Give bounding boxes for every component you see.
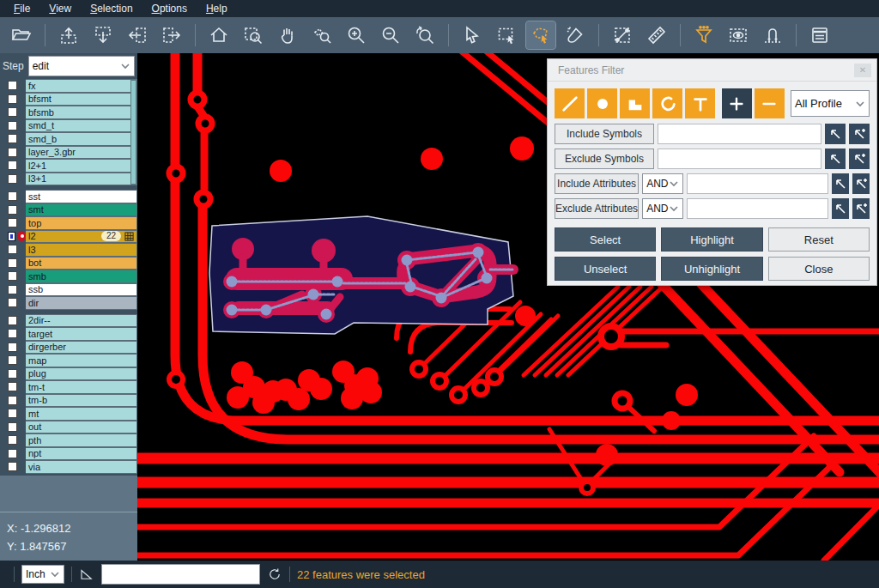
pan-up-icon[interactable] xyxy=(54,21,83,49)
layer-checkbox[interactable] xyxy=(8,174,17,184)
layer-name-map[interactable]: map xyxy=(26,354,137,367)
layer-checkbox[interactable] xyxy=(8,218,17,227)
layer-name-dir[interactable]: dir xyxy=(26,296,137,310)
surface-feature-icon[interactable] xyxy=(620,88,650,118)
open-folder-icon[interactable] xyxy=(7,21,36,49)
layer-name-layer_3.gbr[interactable]: layer_3.gbr xyxy=(26,146,137,160)
layer-name-smd_t[interactable]: smd_t xyxy=(26,119,137,133)
layer-checkbox[interactable] xyxy=(8,232,15,241)
features-filter-icon[interactable] xyxy=(689,21,718,49)
step-select[interactable]: edit xyxy=(28,56,135,76)
layer-name-npt[interactable]: npt xyxy=(26,447,137,461)
select-rectangle-icon[interactable] xyxy=(492,21,521,49)
select-polygon-icon[interactable] xyxy=(526,21,555,49)
pick-from-canvas-icon[interactable] xyxy=(832,198,849,219)
layer-checkbox[interactable] xyxy=(8,316,17,325)
layer-name-l2+1[interactable]: l2+1 xyxy=(26,159,137,173)
layer-checkbox[interactable] xyxy=(8,245,17,254)
layer-checkbox[interactable] xyxy=(8,329,17,338)
zoom-window-icon[interactable] xyxy=(239,21,268,49)
exclude-attributes-input[interactable] xyxy=(687,198,828,219)
layer-name-smb[interactable]: smb xyxy=(26,270,137,283)
exclude-attributes-operator-select[interactable]: AND xyxy=(642,198,682,219)
pick-add-from-canvas-icon[interactable] xyxy=(852,198,870,219)
layer-checkbox[interactable] xyxy=(8,369,17,379)
layer-name-sst[interactable]: sst xyxy=(26,190,137,203)
clear-selection-icon[interactable] xyxy=(561,21,590,49)
layer-checkbox[interactable] xyxy=(8,121,17,130)
layer-name-ssb[interactable]: ssb xyxy=(26,283,137,297)
layer-name-bfsmb[interactable]: bfsmb xyxy=(26,106,137,119)
layer-checkbox[interactable] xyxy=(8,422,17,432)
layer-checkbox[interactable] xyxy=(8,148,17,157)
measure-ruler-icon[interactable] xyxy=(642,21,671,49)
pick-from-canvas-icon[interactable] xyxy=(825,124,846,144)
exclude-symbols-button[interactable]: Exclude Symbols xyxy=(555,149,654,169)
layer-checkbox[interactable] xyxy=(8,285,17,294)
layer-checkbox[interactable] xyxy=(8,435,17,445)
menu-item-selection[interactable]: Selection xyxy=(82,2,141,15)
layer-name-bfsmt[interactable]: bfsmt xyxy=(26,93,137,106)
snap-mode-icon[interactable] xyxy=(758,21,787,49)
pan-right-icon[interactable] xyxy=(157,21,186,49)
layer-checkbox[interactable] xyxy=(8,396,17,405)
layer-checkbox[interactable] xyxy=(8,81,17,90)
measure-line-icon[interactable] xyxy=(608,21,637,49)
layer-checkbox[interactable] xyxy=(8,382,17,391)
layer-name-tm-t[interactable]: tm-t xyxy=(26,380,137,394)
close-icon[interactable]: ✕ xyxy=(854,64,871,77)
layer-checkbox[interactable] xyxy=(8,271,17,281)
pan-hand-icon[interactable] xyxy=(273,21,302,49)
layer-name-smt[interactable]: smt xyxy=(26,203,137,217)
unit-select[interactable]: Inch xyxy=(21,565,64,584)
include-attributes-input[interactable] xyxy=(687,173,828,194)
close-button[interactable]: Close xyxy=(768,257,870,281)
layer-checkbox[interactable] xyxy=(8,107,17,117)
layer-checkbox[interactable] xyxy=(8,298,17,307)
layer-checkbox[interactable] xyxy=(8,191,17,201)
layer-name-bot[interactable]: bot xyxy=(26,257,137,270)
layer-name-fx[interactable]: fx xyxy=(26,79,137,93)
layer-checkbox[interactable] xyxy=(8,449,17,458)
pick-add-from-canvas-icon[interactable] xyxy=(849,149,870,169)
layer-name-smd_b[interactable]: smd_b xyxy=(26,132,137,146)
layer-name-plug[interactable]: plug xyxy=(26,367,137,381)
pad-feature-icon[interactable] xyxy=(587,88,617,118)
zoom-previous-icon[interactable] xyxy=(410,21,440,49)
pan-down-icon[interactable] xyxy=(88,21,118,49)
feature-info-icon[interactable] xyxy=(805,21,834,49)
layer-checkbox[interactable] xyxy=(8,355,17,365)
menu-item-help[interactable]: Help xyxy=(197,2,236,15)
pan-left-icon[interactable] xyxy=(123,21,152,49)
include-symbols-button[interactable]: Include Symbols xyxy=(555,124,654,144)
layer-name-mt[interactable]: mt xyxy=(26,407,137,421)
layer-checkbox[interactable] xyxy=(8,134,17,143)
add-mode-button[interactable] xyxy=(722,88,752,118)
layer-name-tm-b[interactable]: tm-b xyxy=(26,394,137,408)
exclude-symbols-input[interactable] xyxy=(658,149,821,169)
select-cursor-icon[interactable] xyxy=(458,21,487,49)
active-layer-indicator[interactable] xyxy=(17,231,26,241)
highlight-button[interactable]: Highlight xyxy=(661,227,762,252)
view-options-icon[interactable] xyxy=(724,21,753,49)
pick-add-from-canvas-icon[interactable] xyxy=(849,124,870,144)
refresh-icon[interactable] xyxy=(267,567,282,582)
layer-name-out[interactable]: out xyxy=(26,421,137,434)
layer-name-2dir--[interactable]: 2dir-- xyxy=(26,314,137,328)
include-attributes-operator-select[interactable]: AND xyxy=(642,173,682,194)
layer-name-via[interactable]: via xyxy=(26,460,137,474)
pick-add-from-canvas-icon[interactable] xyxy=(852,173,870,194)
line-feature-icon[interactable] xyxy=(555,88,585,118)
layer-checkbox[interactable] xyxy=(8,94,17,104)
remove-mode-button[interactable] xyxy=(755,88,785,118)
menu-item-file[interactable]: File xyxy=(5,2,39,15)
home-view-icon[interactable] xyxy=(204,21,233,49)
layer-checkbox[interactable] xyxy=(8,462,17,471)
select-button[interactable]: Select xyxy=(555,227,656,252)
layer-name-pth[interactable]: pth xyxy=(26,433,137,447)
pick-from-canvas-icon[interactable] xyxy=(832,173,849,194)
exclude-attributes-button[interactable]: Exclude Attributes xyxy=(555,198,639,219)
layer-grid-icon[interactable] xyxy=(124,232,134,241)
layer-checkbox[interactable] xyxy=(8,409,17,418)
angle-measure-icon[interactable] xyxy=(79,567,94,582)
